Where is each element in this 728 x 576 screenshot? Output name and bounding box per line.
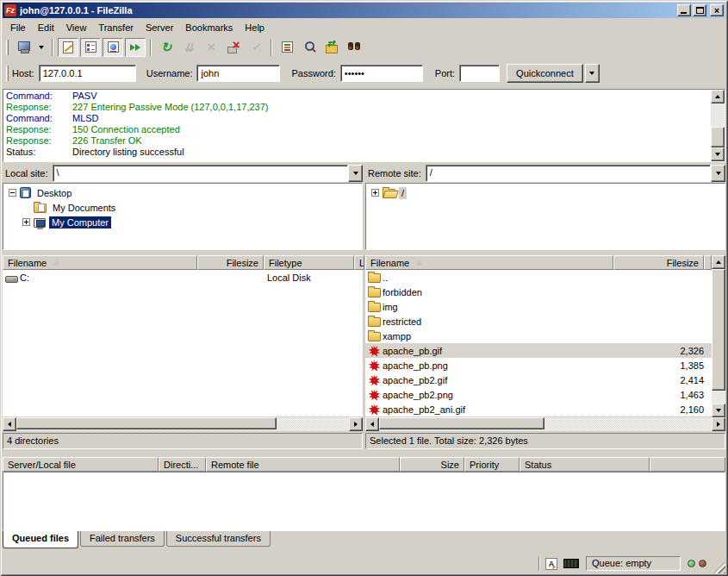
scroll-up-button[interactable]: [711, 90, 725, 103]
menu-item[interactable]: Bookmarks: [179, 20, 239, 35]
file-row[interactable]: apache_pb.gif 2,326: [365, 343, 712, 358]
scroll-left-button[interactable]: [365, 417, 379, 431]
speed-limit-indicator-icon[interactable]: [563, 559, 579, 568]
column-header[interactable]: Remote file: [206, 457, 400, 472]
tree-item[interactable]: /: [366, 185, 725, 200]
file-row[interactable]: xampp: [365, 329, 712, 343]
image-file-icon: [368, 360, 380, 372]
toolbar-button[interactable]: [344, 38, 364, 57]
quickconnect-button[interactable]: Quickconnect: [507, 64, 583, 83]
activity-led-green: [688, 560, 695, 567]
queue-splitter[interactable]: [3, 449, 725, 456]
resize-grip[interactable]: [713, 561, 725, 573]
file-row[interactable]: ..: [365, 270, 712, 285]
tree-item[interactable]: My Documents: [3, 200, 362, 215]
toolbar-button[interactable]: [125, 38, 146, 57]
toolbar-button[interactable]: [277, 38, 297, 57]
my-computer-icon: [34, 218, 46, 228]
image-file-icon: [368, 404, 380, 416]
menu-item[interactable]: File: [4, 20, 32, 35]
username-label: Username:: [146, 68, 193, 78]
cancel-icon: [207, 41, 215, 53]
menu-item[interactable]: Edit: [32, 20, 60, 35]
titlebar[interactable]: Fz john@127.0.0.1 - FileZilla ×: [3, 3, 725, 18]
log-line: Command: MLSD: [6, 113, 711, 124]
remote-site-dropdown[interactable]: [711, 165, 725, 182]
file-row[interactable]: apache_pb2_ani.gif 2,160: [365, 402, 712, 416]
toolbar-button[interactable]: [201, 38, 221, 57]
scrollbar-thumb[interactable]: [712, 269, 725, 391]
local-site-combo[interactable]: \: [53, 165, 363, 182]
local-site-dropdown[interactable]: [348, 165, 363, 182]
column-header[interactable]: Filesize: [197, 255, 264, 270]
close-icon: ×: [714, 6, 719, 15]
file-row[interactable]: restricted: [365, 314, 712, 329]
file-row[interactable]: apache_pb.png 1,385: [365, 358, 712, 373]
remote-horizontal-scrollbar[interactable]: [365, 417, 725, 431]
file-row[interactable]: img: [365, 299, 712, 314]
toolbar-button[interactable]: [156, 38, 177, 57]
tree-expander[interactable]: [9, 189, 16, 197]
menu-item[interactable]: Server: [140, 20, 179, 35]
column-header[interactable]: Filesize: [613, 255, 704, 270]
column-header[interactable]: Priority: [464, 457, 520, 472]
scroll-down-button[interactable]: [711, 147, 725, 161]
remote-pane: Remote site: / / Filename: [365, 164, 725, 449]
scroll-right-button[interactable]: [712, 417, 725, 431]
maximize-button[interactable]: [693, 4, 706, 16]
file-row[interactable]: forbidden: [365, 285, 712, 299]
minimize-button[interactable]: [677, 4, 691, 16]
queue-tab[interactable]: Successful transfers: [166, 531, 271, 547]
scrollbar-thumb[interactable]: [379, 417, 544, 429]
toolbar-button[interactable]: [299, 38, 320, 57]
menu-item[interactable]: Help: [239, 20, 271, 35]
close-button[interactable]: ×: [710, 4, 724, 16]
menu-item[interactable]: Transfer: [92, 20, 140, 35]
toolbar-button[interactable]: [58, 38, 78, 57]
site-manager-icon: [17, 41, 30, 53]
scroll-right-button[interactable]: [349, 417, 363, 431]
open-folder-icon: [383, 189, 395, 198]
tree-item[interactable]: Desktop: [3, 185, 362, 200]
local-horizontal-scrollbar[interactable]: [3, 417, 363, 431]
column-header[interactable]: Filetype: [264, 255, 354, 270]
toolbar-button[interactable]: [321, 38, 342, 57]
toolbar-button[interactable]: [246, 38, 266, 57]
scrollbar-track[interactable]: [711, 103, 725, 127]
toolbar-button[interactable]: [103, 38, 123, 57]
queue-tab[interactable]: Queued files: [3, 531, 78, 548]
file-row[interactable]: apache_pb2.gif 2,414: [365, 373, 712, 387]
scroll-up-button[interactable]: [712, 255, 725, 269]
toolbar-button[interactable]: [178, 38, 199, 57]
remote-vertical-scrollbar[interactable]: [712, 255, 725, 417]
host-input[interactable]: [39, 65, 136, 82]
menu-item[interactable]: View: [60, 20, 93, 35]
column-header[interactable]: Size: [400, 457, 464, 472]
toolbar-button[interactable]: [223, 38, 244, 57]
column-header[interactable]: Directi...: [159, 457, 206, 472]
tree-expander[interactable]: [371, 189, 379, 197]
data-type-indicator-icon[interactable]: A: [545, 558, 557, 570]
password-input[interactable]: [340, 65, 423, 82]
file-row[interactable]: C: Local Disk: [3, 270, 363, 285]
column-header[interactable]: Server/Local file: [3, 457, 159, 472]
toolbar-button[interactable]: [80, 38, 101, 57]
username-input[interactable]: [196, 65, 280, 82]
scrollbar-thumb[interactable]: [711, 127, 725, 147]
toolbar-button[interactable]: [35, 38, 47, 57]
file-row[interactable]: apache_pb2.png 1,463: [365, 387, 712, 402]
remote-site-combo[interactable]: /: [426, 165, 725, 182]
tree-expander[interactable]: [22, 218, 30, 226]
queue-tab[interactable]: Failed transfers: [80, 531, 165, 547]
scroll-left-button[interactable]: [3, 417, 16, 431]
scrollbar-thumb[interactable]: [16, 417, 277, 429]
log-scrollbar[interactable]: [711, 90, 725, 161]
tree-item[interactable]: My Computer: [3, 215, 362, 229]
toolbar-button[interactable]: [13, 38, 34, 57]
port-input[interactable]: [459, 65, 500, 82]
scroll-down-button[interactable]: [712, 404, 725, 417]
column-header[interactable]: Status: [520, 457, 650, 472]
column-header[interactable]: Filename: [365, 255, 613, 270]
column-header[interactable]: Filename: [3, 255, 197, 270]
quickconnect-dropdown-button[interactable]: [585, 64, 600, 83]
